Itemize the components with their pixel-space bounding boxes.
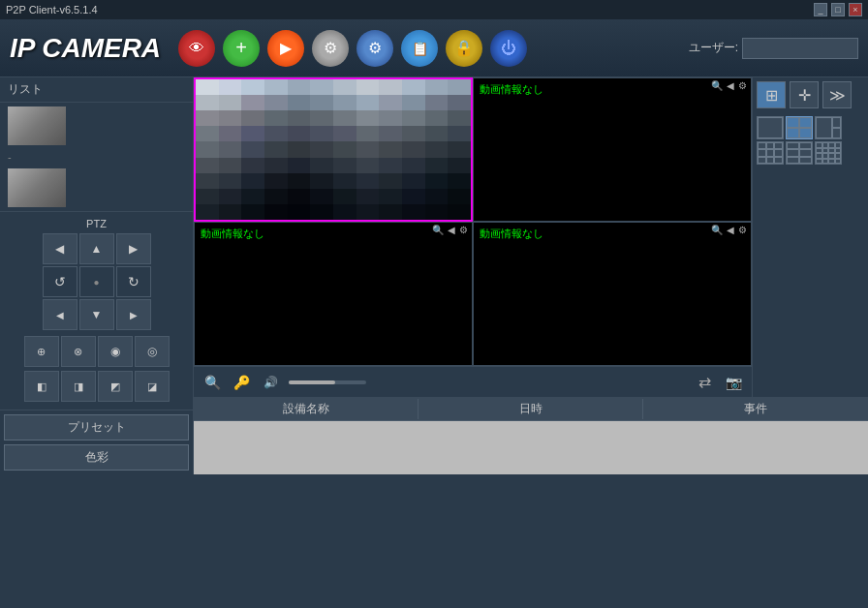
ptz-down[interactable]: ▼ bbox=[79, 299, 114, 330]
pixel-block bbox=[379, 141, 402, 157]
cam-settings-btn-bl[interactable]: ⚙ bbox=[459, 225, 468, 235]
ptz-snap[interactable]: ◩ bbox=[98, 371, 133, 402]
grid-layout-btn[interactable]: ⊞ bbox=[757, 81, 786, 108]
volume-btn[interactable]: 🔊 bbox=[260, 372, 281, 393]
minimize-btn[interactable]: _ bbox=[814, 3, 827, 16]
layout-2x2[interactable] bbox=[786, 116, 813, 139]
col-device-name: 設備名称 bbox=[194, 399, 418, 419]
add-device-icon[interactable]: + bbox=[223, 30, 260, 67]
ptz-right[interactable]: ▶ bbox=[116, 233, 151, 264]
move-layout-btn[interactable]: ✛ bbox=[790, 81, 819, 108]
pixel-block bbox=[425, 126, 449, 141]
pixel-block bbox=[241, 79, 264, 95]
camera-cell-bottomleft[interactable]: 動画情報なし 🔍 ◀ ⚙ bbox=[194, 222, 473, 366]
pixel-block bbox=[448, 95, 471, 110]
settings2-icon[interactable]: ⚙ bbox=[356, 30, 393, 67]
pixel-block bbox=[241, 126, 264, 141]
ptz-left[interactable]: ◀ bbox=[43, 233, 78, 264]
preset-btn[interactable]: プリセット bbox=[4, 414, 189, 441]
volume-fill bbox=[289, 380, 335, 384]
playback-icon[interactable]: ▶ bbox=[267, 30, 304, 67]
pixel-block bbox=[219, 79, 242, 95]
expand-item[interactable]: - bbox=[0, 149, 193, 165]
cam-back-btn[interactable]: ◀ bbox=[727, 80, 734, 91]
right-side: 動画情報なし 🔍 ◀ ⚙ 動画情報なし 🔍 ◀ ⚙ bbox=[194, 77, 868, 474]
snapshot-btn[interactable]: 📷 bbox=[723, 372, 744, 393]
ptz-rec[interactable]: ◪ bbox=[135, 371, 170, 402]
pixel-block bbox=[333, 158, 356, 173]
pixel-block bbox=[356, 126, 380, 141]
lock-icon[interactable]: 🔒 bbox=[446, 30, 482, 67]
user-input[interactable] bbox=[742, 38, 858, 59]
cam-search-btn[interactable]: 🔍 bbox=[711, 80, 723, 91]
cam-search-btn-br[interactable]: 🔍 bbox=[711, 225, 723, 235]
pixel-block bbox=[310, 110, 333, 126]
pixel-block bbox=[219, 95, 242, 110]
ptz-down-left[interactable]: ◀ bbox=[43, 299, 78, 330]
layout-1x1[interactable] bbox=[757, 116, 784, 139]
cam-back-btn-br[interactable]: ◀ bbox=[727, 225, 734, 235]
maximize-btn[interactable]: □ bbox=[831, 3, 845, 16]
camera-cell-topright[interactable]: 動画情報なし 🔍 ◀ ⚙ bbox=[473, 77, 752, 222]
camera-cell-topleft[interactable] bbox=[194, 77, 473, 222]
list-item[interactable] bbox=[0, 103, 193, 149]
pixel-block bbox=[425, 189, 449, 204]
volume-slider[interactable] bbox=[289, 380, 366, 384]
cam-settings-btn-br[interactable]: ⚙ bbox=[738, 225, 747, 235]
pixel-block bbox=[310, 95, 333, 110]
pixel-block bbox=[425, 204, 449, 220]
pixel-block bbox=[379, 95, 402, 110]
pixel-block bbox=[425, 95, 449, 110]
focus-in[interactable]: ◉ bbox=[98, 336, 133, 367]
title-bar: P2P Client-v6.5.1.4 _ □ × bbox=[0, 0, 868, 19]
zoom-in[interactable]: ⊕ bbox=[24, 336, 59, 367]
zoom-out[interactable]: ⊗ bbox=[61, 336, 96, 367]
window-controls[interactable]: _ □ × bbox=[814, 3, 862, 16]
camera-status-topright: 動画情報なし bbox=[480, 82, 543, 97]
pixel-block bbox=[241, 110, 264, 126]
power-icon[interactable]: ⏻ bbox=[490, 30, 527, 67]
camera-overlay-bottomright: 🔍 ◀ ⚙ bbox=[711, 225, 747, 235]
pixel-block bbox=[356, 79, 380, 95]
camera-cell-bottomright[interactable]: 動画情報なし 🔍 ◀ ⚙ bbox=[473, 222, 752, 366]
ptz-center[interactable]: ● bbox=[79, 266, 114, 297]
color-btn[interactable]: 色彩 bbox=[4, 444, 189, 471]
key-btn[interactable]: 🔑 bbox=[231, 372, 252, 393]
cam-search-btn-bl[interactable]: 🔍 bbox=[432, 225, 444, 235]
more-layout-btn[interactable]: ≫ bbox=[822, 81, 852, 108]
cam-back-btn-bl[interactable]: ◀ bbox=[448, 225, 455, 235]
focus-out[interactable]: ◎ bbox=[135, 336, 170, 367]
ptz-up[interactable]: ▲ bbox=[79, 233, 114, 264]
layout-4x4[interactable] bbox=[815, 141, 842, 165]
settings1-icon[interactable]: ⚙ bbox=[312, 30, 349, 67]
pixel-block bbox=[448, 204, 471, 220]
pixel-block bbox=[425, 173, 449, 189]
layout-1p3[interactable] bbox=[815, 116, 842, 139]
ptz-rot-right[interactable]: ↻ bbox=[116, 266, 151, 297]
pixel-block bbox=[196, 79, 219, 95]
sidebar: リスト - PTZ ◀ ▲ ▶ ↺ ● ↻ ◀ ▼ ▶ bbox=[0, 77, 194, 474]
ptz-rot-left[interactable]: ↺ bbox=[43, 266, 78, 297]
iris-open[interactable]: ◧ bbox=[24, 371, 59, 402]
switch-btn[interactable]: ⇄ bbox=[694, 372, 715, 393]
ptz-label: PTZ bbox=[0, 218, 193, 229]
layout-3x3[interactable] bbox=[757, 141, 784, 165]
iris-close[interactable]: ◨ bbox=[61, 371, 96, 402]
pixel-block bbox=[219, 204, 242, 220]
camera-and-right: 動画情報なし 🔍 ◀ ⚙ 動画情報なし 🔍 ◀ ⚙ bbox=[194, 77, 868, 397]
layout-2x3[interactable] bbox=[786, 141, 813, 165]
cam-settings-btn[interactable]: ⚙ bbox=[738, 80, 747, 91]
ptz-down-right[interactable]: ▶ bbox=[116, 299, 151, 330]
pixel-block bbox=[241, 141, 264, 157]
close-btn[interactable]: × bbox=[849, 3, 862, 16]
camera-toolbar-icon[interactable]: 👁 bbox=[178, 30, 215, 67]
search-btn[interactable]: 🔍 bbox=[202, 372, 223, 393]
ptz-controls: ◀ ▲ ▶ ↺ ● ↻ ◀ ▼ ▶ bbox=[0, 233, 193, 330]
event-log: 設備名称 日時 事件 bbox=[194, 397, 868, 474]
pixel-block bbox=[402, 126, 425, 141]
pixel-block bbox=[219, 110, 242, 126]
list-item-2[interactable] bbox=[0, 165, 193, 211]
pixel-block bbox=[356, 189, 380, 204]
record-icon[interactable]: 📋 bbox=[401, 30, 438, 67]
app-logo: IP CAMERA bbox=[10, 33, 161, 64]
